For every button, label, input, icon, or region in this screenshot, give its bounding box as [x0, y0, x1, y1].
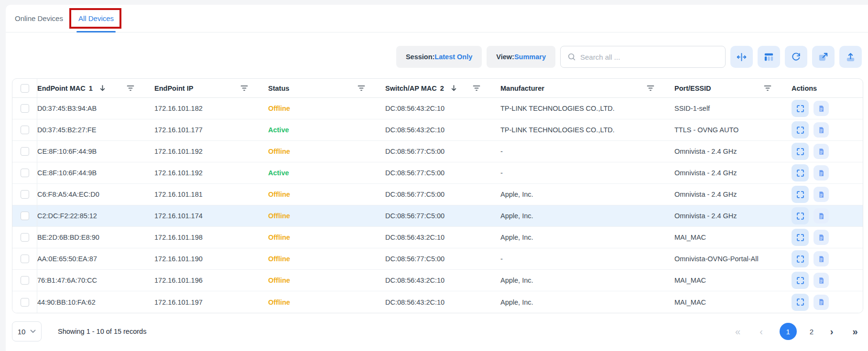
expand-details-button[interactable]	[792, 250, 809, 267]
expand-details-button[interactable]	[792, 121, 809, 138]
expand-details-button[interactable]	[792, 294, 809, 311]
endpoint-mac-cell: C2:DC:F2:22:85:12	[37, 212, 154, 220]
device-report-button[interactable]	[814, 187, 829, 202]
select-all-checkbox[interactable]	[21, 84, 29, 93]
column-status[interactable]: Status	[268, 79, 385, 97]
row-checkbox[interactable]	[21, 169, 29, 177]
manufacturer-cell: TP-LINK TECHNOLOGIES CO.,LTD.	[500, 126, 674, 134]
expand-details-button[interactable]	[792, 164, 809, 181]
tab-all-devices-label: All Devices	[78, 14, 114, 22]
status-cell: Active	[268, 126, 385, 134]
port-essid-cell: Omnivista - 2.4 GHz	[674, 212, 792, 220]
row-checkbox[interactable]	[21, 190, 29, 199]
filter-icon[interactable]	[473, 85, 480, 91]
open-external-icon	[818, 52, 829, 63]
manufacturer-cell: -	[500, 148, 674, 155]
search-input[interactable]	[580, 53, 718, 61]
device-report-button[interactable]	[814, 144, 829, 159]
row-checkbox[interactable]	[21, 255, 29, 263]
session-filter-button[interactable]: Session:Latest Only	[396, 46, 482, 68]
table-row[interactable]: CE:8F:10:6F:44:9B 172.16.101.192 Offline…	[12, 141, 863, 162]
endpoint-ip-cell: 172.16.101.198	[154, 234, 268, 241]
row-checkbox[interactable]	[21, 212, 29, 220]
table-row[interactable]: AA:0E:65:50:EA:87 172.16.101.190 Offline…	[12, 248, 863, 270]
row-checkbox[interactable]	[21, 276, 29, 285]
row-actions	[792, 207, 863, 224]
row-checkbox[interactable]	[21, 147, 29, 156]
table-row[interactable]: D0:37:45:B3:94:AB 172.16.101.182 Offline…	[12, 98, 863, 119]
page-size-select[interactable]: 10	[12, 321, 42, 341]
last-page-button[interactable]: »	[850, 327, 860, 336]
table-row[interactable]: CE:8F:10:6F:44:9B 172.16.101.192 Active …	[12, 162, 863, 184]
row-checkbox[interactable]	[21, 126, 29, 134]
chevron-down-icon	[30, 330, 36, 333]
device-report-button[interactable]	[814, 165, 829, 181]
tab-online-devices[interactable]: Online Devices	[14, 5, 64, 32]
upload-button[interactable]	[839, 46, 862, 68]
device-report-button[interactable]	[814, 273, 829, 288]
endpoint-ip-cell: 172.16.101.197	[154, 298, 268, 306]
filter-icon[interactable]	[127, 85, 134, 91]
device-report-button[interactable]	[814, 251, 829, 266]
fullscreen-icon	[796, 104, 805, 113]
filter-icon[interactable]	[240, 85, 248, 91]
tab-all-devices[interactable]: All Devices	[77, 5, 115, 32]
device-report-button[interactable]	[814, 101, 829, 116]
row-actions	[792, 121, 863, 138]
expand-details-button[interactable]	[792, 207, 809, 224]
column-endpoint-ip[interactable]: EndPoint IP	[154, 79, 268, 97]
endpoint-ip-cell: 172.16.101.192	[154, 169, 268, 177]
sort-desc-icon[interactable]	[99, 85, 106, 92]
expand-details-button[interactable]	[792, 186, 809, 203]
table-row[interactable]: 44:90:BB:10:FA:62 172.16.101.197 Offline…	[12, 291, 863, 313]
manufacturer-cell: Apple, Inc.	[500, 298, 674, 306]
devices-table: EndPoint MAC 1 EndPoint IP Status	[12, 78, 863, 313]
column-label: Port/ESSID	[674, 85, 711, 92]
search-box[interactable]	[560, 46, 726, 68]
expand-details-button[interactable]	[792, 100, 809, 117]
expand-details-button[interactable]	[792, 143, 809, 160]
expand-details-button[interactable]	[792, 272, 809, 289]
table-row[interactable]: 76:B1:47:6A:70:CC 172.16.101.196 Offline…	[12, 270, 863, 291]
row-checkbox[interactable]	[21, 233, 29, 242]
device-report-button[interactable]	[814, 230, 829, 245]
port-essid-cell: MAI_MAC	[674, 298, 792, 306]
page-2-button[interactable]: 2	[810, 328, 814, 336]
column-label: Switch/AP MAC	[385, 85, 437, 92]
refresh-button[interactable]	[785, 46, 807, 68]
prev-page-button[interactable]: ‹	[756, 327, 767, 336]
column-switch-ap-mac[interactable]: Switch/AP MAC 2	[385, 79, 500, 97]
table-row[interactable]: C2:DC:F2:22:85:12 172.16.101.174 Offline…	[12, 205, 863, 227]
column-port-essid[interactable]: Port/ESSID	[674, 79, 792, 97]
port-essid-cell: Omnivista - 2.4 GHz	[674, 148, 792, 155]
columns-button[interactable]	[758, 46, 780, 68]
device-report-button[interactable]	[814, 122, 829, 138]
sort-order-badge: 2	[440, 85, 444, 92]
filter-icon[interactable]	[358, 85, 365, 91]
open-external-button[interactable]	[812, 46, 835, 68]
view-filter-value: Summary	[514, 53, 546, 61]
table-row[interactable]: D0:37:45:B2:27:FE 172.16.101.177 Active …	[12, 119, 863, 141]
filter-icon[interactable]	[647, 85, 654, 91]
device-report-button[interactable]	[814, 208, 829, 223]
endpoint-mac-cell: CE:8F:10:6F:44:9B	[37, 148, 154, 155]
device-report-button[interactable]	[814, 295, 829, 310]
column-endpoint-mac[interactable]: EndPoint MAC 1	[37, 79, 154, 97]
table-row[interactable]: BE:2D:6B:BD:E8:90 172.16.101.198 Offline…	[12, 227, 863, 248]
column-manufacturer[interactable]: Manufacturer	[500, 79, 674, 97]
expand-columns-button[interactable]	[730, 46, 753, 68]
sort-desc-icon[interactable]	[450, 85, 457, 92]
first-page-button[interactable]: «	[733, 327, 743, 336]
row-checkbox-cell	[12, 291, 37, 313]
expand-details-button[interactable]	[792, 229, 809, 246]
next-page-button[interactable]: ›	[826, 327, 837, 336]
endpoint-ip-cell: 172.16.101.181	[154, 191, 268, 198]
page-1-button[interactable]: 1	[780, 323, 797, 340]
filter-icon[interactable]	[764, 85, 771, 91]
expand-columns-icon	[736, 52, 747, 63]
table-row[interactable]: C6:F8:A5:4A:EC:D0 172.16.101.181 Offline…	[12, 184, 863, 205]
row-checkbox[interactable]	[21, 104, 29, 113]
row-checkbox-cell	[12, 270, 37, 291]
view-filter-button[interactable]: View:Summary	[487, 46, 555, 68]
row-checkbox[interactable]	[21, 298, 29, 307]
